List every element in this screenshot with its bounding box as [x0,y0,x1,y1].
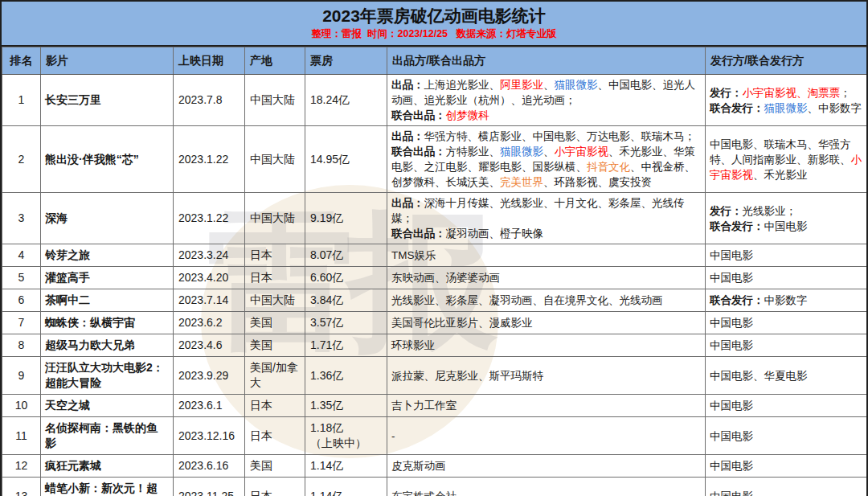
cell-origin: 中国大陆 [245,126,305,193]
cell-origin: 日本 [245,267,305,289]
cell-film: 汪汪队立大功大电影2：超能大冒险 [41,357,174,395]
table-row: 8超级马力欧大兄弟2023.4.6美国1.71亿环球影业中国电影 [2,334,868,357]
cell-film: 铃芽之旅 [41,244,174,267]
cell-box: 1.18亿（上映中） [305,417,387,455]
title-bar: 2023年票房破亿动画电影统计 整理：雷报 时间：2023/12/25 数据来源… [2,2,866,47]
table-header-row: 排名 影片 上映日期 产地 票房 出品方/联合出品方 发行方/联合发行方 [2,47,868,75]
cell-rank: 3 [2,193,41,244]
cell-date: 2023.7.8 [174,75,245,126]
cell-box: 8.07亿 [305,244,387,267]
cell-producers: 出品：上海追光影业、阿里影业、猫眼微影、中国电影、追光人动画、追光影业（杭州）、… [387,75,706,126]
cell-distributors: 中国电影 [706,417,868,455]
cell-producers: 皮克斯动画 [387,455,706,478]
cell-box: 6.60亿 [305,267,387,289]
cell-origin: 中国大陆 [245,289,305,312]
table-row: 12疯狂元素城2023.6.16美国1.14亿皮克斯动画中国电影 [2,455,868,478]
cell-rank: 4 [2,244,41,267]
cell-date: 2023.12.16 [174,417,245,455]
cell-box: 1.35亿 [305,395,387,417]
cell-distributors: 中国电影、华夏电影 [706,357,868,395]
cell-film: 深海 [41,193,174,244]
table-row: 2熊出没·伴我熊“芯”2023.1.22中国大陆14.95亿出品：华强方特、横店… [2,126,868,193]
cell-film: 名侦探柯南：黑铁的鱼影 [41,417,174,455]
cell-producers: 派拉蒙、尼克影业、斯平玛斯特 [387,357,706,395]
cell-date: 2023.4.20 [174,267,245,289]
movies-table: 排名 影片 上映日期 产地 票房 出品方/联合出品方 发行方/联合发行方 1长安… [2,47,868,496]
table-row: 9汪汪队立大功大电影2：超能大冒险2023.9.29美国/加拿大1.36亿派拉蒙… [2,357,868,395]
cell-box: 3.84亿 [305,289,387,312]
cell-date: 2023.1.22 [174,193,245,244]
cell-distributors: 中国电影 [706,244,868,267]
cell-origin: 日本 [245,478,305,496]
cell-producers: 东宝株式会社 [387,478,706,496]
cell-film: 蜘蛛侠：纵横宇宙 [41,312,174,334]
cell-box: 1.14亿 [305,455,387,478]
cell-box: 1.14亿 [305,478,387,496]
header-origin: 产地 [245,47,305,75]
cell-producers: 环球影业 [387,334,706,357]
cell-origin: 日本 [245,395,305,417]
cell-producers: 东映动画、汤婆婆动画 [387,267,706,289]
page-subtitle: 整理：雷报 时间：2023/12/25 数据来源：灯塔专业版 [2,27,866,41]
cell-rank: 9 [2,357,41,395]
table-row: 10天空之城2023.6.1日本1.35亿吉卜力工作室中国电影 [2,395,868,417]
cell-film: 熊出没·伴我熊“芯” [41,126,174,193]
table-row: 13蜡笔小新：新次元！超能力大决战2023.11.25日本1.14亿东宝株式会社… [2,478,868,496]
header-rank: 排名 [2,47,41,75]
cell-rank: 6 [2,289,41,312]
page-title: 2023年票房破亿动画电影统计 [2,5,866,27]
header-film: 影片 [41,47,174,75]
cell-rank: 1 [2,75,41,126]
statistics-sheet: 2023年票房破亿动画电影统计 整理：雷报 时间：2023/12/25 数据来源… [0,0,868,496]
cell-film: 超级马力欧大兄弟 [41,334,174,357]
cell-origin: 美国 [245,455,305,478]
header-box-office: 票房 [305,47,387,75]
header-distributors: 发行方/联合发行方 [706,47,868,75]
cell-origin: 美国/加拿大 [245,357,305,395]
cell-film: 疯狂元素城 [41,455,174,478]
cell-rank: 8 [2,334,41,357]
cell-rank: 2 [2,126,41,193]
cell-date: 2023.11.25 [174,478,245,496]
cell-origin: 中国大陆 [245,75,305,126]
table-row: 7蜘蛛侠：纵横宇宙2023.6.2美国3.57亿美国哥伦比亚影片、漫威影业中国电… [2,312,868,334]
cell-box: 1.36亿 [305,357,387,395]
cell-date: 2023.7.14 [174,289,245,312]
cell-film: 灌篮高手 [41,267,174,289]
cell-rank: 5 [2,267,41,289]
cell-box: 14.95亿 [305,126,387,193]
table-row: 3深海2023.1.22中国大陆9.19亿出品：深海十月传媒、光线影业、十月文化… [2,193,868,244]
table-row: 11名侦探柯南：黑铁的鱼影2023.12.16日本1.18亿（上映中）-中国电影 [2,417,868,455]
cell-producers: 出品：深海十月传媒、光线影业、十月文化、彩条屋、光线传媒；联合出品：凝羽动画、橙… [387,193,706,244]
cell-distributors: 中国电影 [706,267,868,289]
cell-date: 2023.6.2 [174,312,245,334]
cell-distributors: 发行：光线影业；联合发行：中国电影 [706,193,868,244]
cell-box: 18.24亿 [305,75,387,126]
cell-origin: 中国大陆 [245,193,305,244]
cell-producers: TMS娱乐 [387,244,706,267]
header-producers: 出品方/联合出品方 [387,47,706,75]
cell-film: 茶啊中二 [41,289,174,312]
header-release-date: 上映日期 [174,47,245,75]
cell-distributors: 联合发行：中影数字 [706,289,868,312]
cell-date: 2023.3.24 [174,244,245,267]
cell-origin: 美国 [245,334,305,357]
cell-film: 天空之城 [41,395,174,417]
cell-film: 蜡笔小新：新次元！超能力大决战 [41,478,174,496]
cell-distributors: 中国电影 [706,395,868,417]
cell-producers: 出品：华强方特、横店影业、中国电影、万达电影、联瑞木马；联合出品：方特影业、猫眼… [387,126,706,193]
cell-box: 1.71亿 [305,334,387,357]
cell-rank: 12 [2,455,41,478]
cell-date: 2023.4.6 [174,334,245,357]
cell-date: 2023.9.29 [174,357,245,395]
cell-date: 2023.1.22 [174,126,245,193]
cell-rank: 10 [2,395,41,417]
cell-distributors: 中国电影 [706,334,868,357]
cell-rank: 13 [2,478,41,496]
cell-box: 9.19亿 [305,193,387,244]
cell-producers: 吉卜力工作室 [387,395,706,417]
cell-origin: 日本 [245,244,305,267]
cell-producers: 光线影业、彩条屋、凝羽动画、自在境界文化、光线动画 [387,289,706,312]
cell-date: 2023.6.1 [174,395,245,417]
table-row: 6茶啊中二2023.7.14中国大陆3.84亿光线影业、彩条屋、凝羽动画、自在境… [2,289,868,312]
